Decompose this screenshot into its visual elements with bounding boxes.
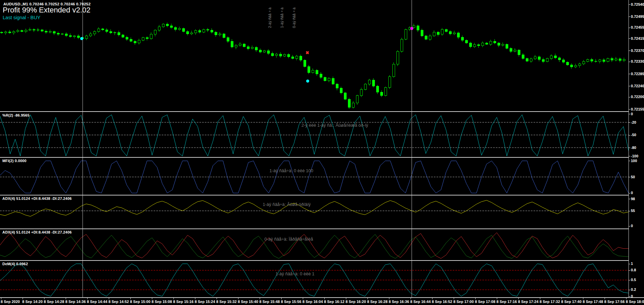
axis-tick-mark: [629, 270, 630, 271]
price-tick-label: 0.72415: [631, 36, 644, 40]
time-tick-mark: [475, 298, 476, 299]
time-tick-mark: [23, 298, 23, 299]
time-tick-mark: [109, 298, 109, 299]
time-label: 8 Sep 16:28: [367, 300, 388, 304]
time-label: 8 Sep 2020: [1, 300, 20, 304]
price-tick-label: 0.72370: [631, 49, 644, 53]
price-tick-label: -20: [631, 120, 636, 124]
time-tick-mark: [367, 298, 368, 299]
price-tick-label: -100: [631, 154, 638, 158]
time-tick-mark: [454, 298, 454, 299]
time-tick-mark: [561, 298, 562, 299]
time-label: 8 Sep 15:48: [259, 300, 280, 304]
price-tick-label: 0: [631, 294, 633, 298]
wpr-watermark: 2-ÿ èëè 1-àÿ ñâ.: Âûøå/íèæå óð-íÿ: [301, 123, 368, 128]
time-tick-mark: [583, 298, 583, 299]
price-tick-label: 0.72455: [631, 25, 644, 29]
panel-separator[interactable]: [0, 157, 644, 158]
price-tick-label: 100: [631, 159, 637, 163]
time-tick-mark: [540, 298, 540, 299]
mfi-indicator-panel[interactable]: MFI(2) 0.0000 1-àÿ ñâå÷à: 0 èëè 100: [0, 158, 629, 195]
time-tick-mark: [130, 298, 131, 299]
price-tick-label: 0.72495: [631, 14, 644, 19]
axis-tick-mark: [629, 28, 630, 28]
time-tick-mark: [1, 298, 1, 299]
axis-tick-mark: [629, 264, 630, 264]
axis-tick-mark: [629, 38, 630, 39]
price-tick-label: 0.72240: [631, 84, 644, 88]
axis-tick-mark: [629, 74, 630, 74]
time-label: 8 Sep 17:32: [540, 300, 560, 304]
time-tick-mark: [411, 298, 411, 299]
time-label: 8 Sep 17:48: [583, 300, 603, 304]
vertical-separator-line: [83, 0, 83, 297]
time-label: 8 Sep 15:24: [195, 300, 215, 304]
price-tick-label: -80: [631, 146, 636, 150]
time-label: 8 Sep 14:52: [108, 300, 129, 304]
adx-watermark: 1-àÿ ñâå÷à: Âûøå óðîâíÿ: [263, 202, 311, 207]
axis-tick-mark: [629, 4, 630, 5]
adx-di-indicator-panel[interactable]: ADX(4) 51.0124 +DI:8.4438 -DI:27.2406 0-…: [0, 229, 629, 260]
time-tick-mark: [87, 298, 88, 299]
adx-indicator-panel[interactable]: ADX(4) 51.0124 +DI:8.4438 -DI:27.2406 1-…: [0, 195, 629, 228]
time-tick-mark: [432, 298, 432, 299]
axis-tick-mark: [629, 109, 630, 110]
axis-tick-mark: [629, 290, 630, 290]
candle-0-label: 0-àÿ ñâå÷à: [292, 2, 297, 28]
time-tick-mark: [152, 298, 152, 299]
time-tick-mark: [281, 298, 282, 299]
price-tick-label: 0.2: [631, 287, 636, 292]
panel-separator[interactable]: [0, 228, 644, 229]
panel-separator[interactable]: [0, 195, 644, 195]
price-tick-label: 98: [631, 197, 635, 201]
buy-dot-marker-icon: [306, 80, 309, 83]
time-tick-mark: [605, 298, 605, 299]
time-label: 8 Sep 18:04: [626, 300, 644, 304]
time-label: 8 Sep 16:36: [389, 300, 409, 304]
time-tick-mark: [195, 298, 195, 299]
time-label: 8 Sep 16:44: [410, 300, 431, 304]
time-tick-mark: [173, 298, 174, 299]
price-tick-label: 0.5: [631, 278, 636, 282]
axis-tick-mark: [629, 97, 630, 97]
time-label: 8 Sep 16:12: [324, 300, 345, 304]
candle-1-label: 1-àÿ ñâå÷à: [280, 2, 285, 28]
dem-label: DeM(4) 0.0962: [2, 262, 28, 266]
time-label: 8 Sep 14:20: [22, 300, 43, 304]
time-label: 8 Sep 15:08: [152, 300, 172, 304]
time-label: 8 Sep 14:28: [44, 300, 64, 304]
sell-cross-marker-icon: ✖: [305, 51, 309, 55]
axis-tick-mark: [629, 122, 630, 123]
price-tick-label: 0: [631, 112, 633, 116]
axis-tick-mark: [629, 51, 630, 51]
time-tick-mark: [497, 298, 497, 299]
time-label: 8 Sep 14:44: [87, 300, 107, 304]
time-axis: 8 Sep 20208 Sep 14:208 Sep 14:288 Sep 14…: [0, 298, 644, 305]
price-chart-panel[interactable]: AUDUSD.,M1 0.70246 0.70252 0.70246 0.702…: [0, 0, 629, 111]
axis-tick-mark: [629, 156, 630, 156]
time-tick-mark: [217, 298, 217, 299]
dem-indicator-panel[interactable]: DeM(4) 0.0962 1-àÿ ñâå÷à: 0 èëè 1: [0, 261, 629, 297]
time-tick-mark: [44, 298, 44, 299]
time-tick-mark: [389, 298, 389, 299]
wpr-indicator-panel[interactable]: %R(2) -86.9565 2-ÿ èëè 1-àÿ ñâ.: Âûøå/íè…: [0, 112, 629, 157]
candle-2-label: 2-àÿ ñâå÷à: [268, 2, 272, 28]
axis-tick-mark: [629, 177, 630, 177]
panel-separator[interactable]: [0, 111, 644, 112]
axis-tick-mark: [629, 226, 630, 226]
axis-tick-mark: [629, 86, 630, 86]
panel-separator[interactable]: [0, 260, 644, 261]
axis-tick-mark: [629, 161, 630, 161]
axis-tick-mark: [629, 296, 630, 297]
price-tick-label: 0.72200: [631, 95, 644, 99]
axis-tick-mark: [629, 135, 630, 135]
time-tick-mark: [238, 298, 238, 299]
price-axis: 0.725400.724950.724550.724150.723700.723…: [629, 0, 644, 297]
time-label: 8 Sep 17:00: [453, 300, 474, 304]
vertical-separator-line: [412, 0, 412, 297]
buy-dot-marker-icon: [80, 37, 83, 40]
price-tick-label: -50: [631, 133, 636, 137]
wpr-label: %R(2) -86.9565: [2, 113, 29, 117]
time-label: 8 Sep 16:20: [346, 300, 366, 304]
time-tick-mark: [260, 298, 260, 299]
